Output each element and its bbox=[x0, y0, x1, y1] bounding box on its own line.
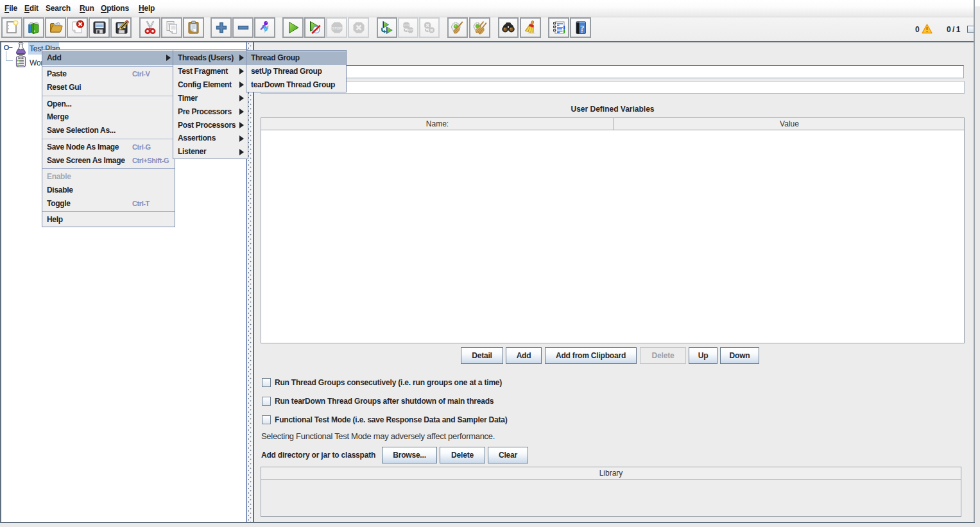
svg-text:?: ? bbox=[580, 23, 584, 33]
svg-text:STOP: STOP bbox=[332, 26, 341, 30]
svg-text:STOP: STOP bbox=[404, 24, 410, 27]
svg-text:STOP: STOP bbox=[408, 29, 413, 31]
